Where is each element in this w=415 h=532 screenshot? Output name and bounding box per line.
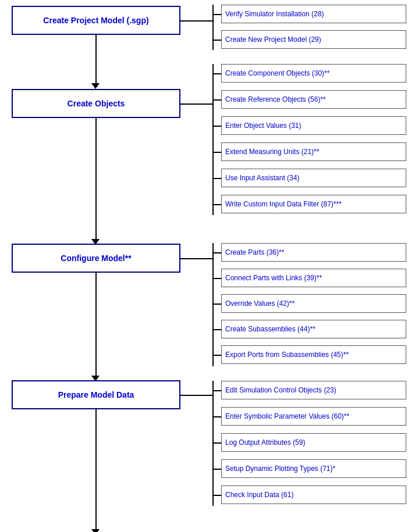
tick-prepare-4: [212, 469, 221, 470]
tick-objects-4: [212, 152, 221, 153]
v-line-4: [95, 409, 97, 532]
arrow-1: [91, 83, 100, 89]
tick-objects-5: [212, 178, 221, 179]
export-ports-box[interactable]: Export Ports from Subassemblies (45)**: [221, 345, 406, 364]
tick-prepare-5: [212, 495, 221, 496]
tick-prepare-1: [212, 390, 221, 391]
tick-configure-1: [212, 252, 221, 253]
create-subassemblies-box[interactable]: Create Subassemblies (44)**: [221, 320, 406, 338]
tick-configure-3: [212, 304, 221, 305]
tick-objects-3: [212, 126, 221, 127]
bracket-h-objects: [180, 103, 213, 105]
tick-project-1: [212, 14, 221, 15]
tick-configure-5: [212, 355, 221, 356]
tick-configure-2: [212, 278, 221, 279]
v-line-2: [95, 118, 97, 242]
bracket-h-configure: [180, 258, 213, 259]
tick-project-2: [212, 40, 221, 41]
create-component-box[interactable]: Create Component Objects (30)**: [221, 64, 406, 83]
edit-simulation-box[interactable]: Edit Simulation Control Objects (23): [221, 381, 406, 399]
write-custom-box[interactable]: Write Custom Input Data Filter (87)***: [221, 195, 406, 213]
use-input-assistant-box[interactable]: Use Input Assistant (34): [221, 169, 406, 187]
v-line-3: [95, 273, 97, 379]
tick-prepare-2: [212, 416, 221, 417]
bracket-h-project: [180, 20, 213, 22]
bracket-v-project: [212, 5, 214, 50]
verify-simulator-box[interactable]: Verify Simulator Installation (28): [221, 5, 406, 23]
v-line-1: [95, 35, 97, 85]
override-values-box[interactable]: Override Values (42)**: [221, 294, 406, 313]
arrow-4: [91, 529, 100, 532]
tick-objects-6: [212, 204, 221, 205]
create-parts-box[interactable]: Create Parts (36)**: [221, 243, 406, 262]
create-new-project-box[interactable]: Create New Project Model (29): [221, 30, 406, 49]
check-input-data-box[interactable]: Check Input Data (61): [221, 485, 406, 504]
enter-object-values-box[interactable]: Enter Object Values (31): [221, 116, 406, 135]
create-objects-box[interactable]: Create Objects: [12, 89, 180, 118]
create-project-model-box[interactable]: Create Project Model (.sgp): [12, 6, 180, 35]
prepare-model-data-box[interactable]: Prepare Model Data: [12, 380, 180, 409]
configure-model-box[interactable]: Configure Model**: [12, 244, 180, 273]
extend-measuring-box[interactable]: Extend Measuring Units (21)**: [221, 142, 406, 161]
workflow-diagram: Create Project Model (.sgp) Verify Simul…: [0, 0, 415, 532]
bracket-h-prepare: [180, 395, 213, 396]
bracket-v-configure: [212, 243, 214, 366]
connect-parts-box[interactable]: Connect Parts with Links (39)**: [221, 269, 406, 287]
tick-objects-1: [212, 73, 221, 74]
tick-objects-2: [212, 99, 221, 101]
enter-symbolic-box[interactable]: Enter Symbolic Parameter Values (60)**: [221, 407, 406, 426]
create-reference-box[interactable]: Create Reference Objects (56)**: [221, 90, 406, 109]
log-output-box[interactable]: Log Output Attributes (59): [221, 433, 406, 452]
setup-dynamic-box[interactable]: Setup Dynamic Plotting Types (71)*: [221, 459, 406, 478]
tick-configure-4: [212, 329, 221, 330]
tick-prepare-3: [212, 442, 221, 444]
bracket-v-objects: [212, 64, 214, 215]
